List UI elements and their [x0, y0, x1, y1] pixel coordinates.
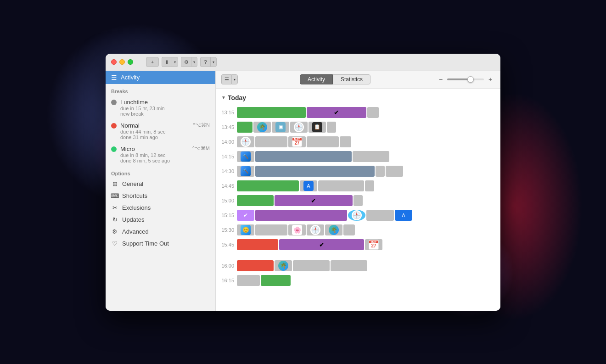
sidebar: ☰ Activity Breaks Lunchtime due in 15 hr…: [106, 71, 216, 311]
zoom-slider[interactable]: [447, 78, 484, 80]
bar-slate2: [255, 166, 375, 177]
bar-pastebot: 📋: [309, 122, 326, 133]
bar-green2: [237, 180, 299, 191]
normal-sub1: due in 44 min, 8 sec: [120, 129, 165, 134]
bar-gray4: [353, 151, 389, 162]
zoom-in-button[interactable]: +: [486, 75, 495, 84]
bars-1615: [237, 274, 500, 287]
bars-1430: 🔨: [237, 165, 500, 178]
bar-sm: [327, 122, 336, 133]
support-label: Support Time Out: [122, 240, 169, 247]
tropic-icon: 🌴: [257, 122, 267, 132]
pause-button[interactable]: ⏸: [162, 57, 172, 67]
table-row: 15:30 😊 🌸: [216, 223, 500, 237]
bar-safari1: [290, 122, 308, 133]
bar-check: ✔: [307, 107, 366, 118]
shortcuts-label: Shortcuts: [122, 192, 147, 199]
today-header: ▼ Today: [216, 92, 500, 105]
tab-statistics[interactable]: Statistics: [333, 74, 370, 84]
bar-sm4: [365, 180, 374, 191]
safari-icon2: [352, 210, 362, 220]
appstore-icon: A: [303, 181, 314, 191]
settings-button[interactable]: ⚙: [181, 57, 191, 67]
bars-1530: 😊 🌸 🌴: [237, 224, 500, 236]
bars-1415: 🔨: [237, 150, 500, 163]
micro-sub1: due in 8 min, 12 sec: [120, 152, 170, 158]
breaks-section-header: Breaks: [106, 84, 215, 96]
collapse-icon[interactable]: ▼: [221, 95, 226, 100]
bar-gray: [367, 107, 379, 118]
pause-dropdown[interactable]: ▾: [172, 57, 178, 67]
time-1445: 14:45: [216, 183, 237, 189]
normal-dot: [111, 123, 117, 129]
bar-safari4: [307, 224, 324, 235]
sidebar-item-advanced[interactable]: ⚙ Advanced: [106, 226, 215, 238]
tab-activity[interactable]: Activity: [300, 74, 333, 84]
safari-icon: [294, 122, 304, 132]
bars-1500: ✔: [237, 194, 500, 207]
heart-icon: ♡: [111, 240, 118, 247]
table-row: 14:15 🔨: [216, 149, 500, 164]
time-1530: 15:30: [216, 227, 237, 233]
micro-info: Micro due in 8 min, 12 sec done 8 min, 5…: [120, 146, 170, 163]
micro-dot: [111, 146, 117, 152]
bars-1445: A: [237, 179, 500, 192]
sidebar-item-updates[interactable]: ↻ Updates: [106, 214, 215, 226]
timeline-area: ▼ Today 13:15 ✔ 13:45: [216, 89, 500, 311]
bar-green4: [261, 275, 291, 286]
table-row: 13:15 ✔: [216, 105, 500, 120]
title-bar: + ⏸ ▾ ⚙ ▾ ? ▾: [106, 54, 500, 71]
app-content: ☰ Activity Breaks Lunchtime due in 15 hr…: [106, 71, 500, 311]
bars-1345: 🌴 ▣ 📋: [237, 121, 500, 134]
minimize-button[interactable]: [119, 59, 125, 65]
bar-checkpurple: ✔: [237, 210, 254, 221]
bar-tropic3: 🌴: [275, 260, 292, 271]
bar-gray6: [318, 180, 364, 191]
normal-hotkey: ^⌥⌘N: [193, 122, 210, 128]
bars-1315: ✔: [237, 106, 500, 119]
table-row: 14:00 MAY 27: [216, 134, 500, 149]
time-1400: 14:00: [216, 139, 237, 145]
updates-label: Updates: [122, 216, 144, 223]
close-button[interactable]: [111, 59, 117, 65]
help-button[interactable]: ?: [200, 57, 210, 67]
bars-1400: MAY 27: [237, 135, 500, 148]
bar-purple2: ✔: [275, 195, 353, 206]
bar-gray9: [293, 260, 330, 271]
photos-icon: 🌸: [292, 225, 302, 235]
view-list-button[interactable]: ☰: [221, 74, 231, 84]
check-icon3: ✔: [243, 212, 248, 218]
normal-name: Normal: [120, 122, 165, 129]
table-row-1545: 15:45 ✔ MAY 27: [216, 237, 500, 252]
bar-sm6: [343, 224, 355, 235]
micro-name: Micro: [120, 146, 170, 152]
settings-dropdown[interactable]: ▾: [191, 57, 197, 67]
traffic-lights: [111, 59, 133, 65]
sidebar-item-exclusions[interactable]: ✂ Exclusions: [106, 202, 215, 214]
calendar-icon: MAY 27: [292, 137, 302, 147]
sidebar-item-micro[interactable]: Micro due in 8 min, 12 sec done 8 min, 5…: [106, 143, 215, 166]
bar-gray5: [386, 166, 403, 177]
pastebot-icon: 📋: [312, 122, 322, 132]
maximize-button[interactable]: [128, 59, 133, 65]
sidebar-item-activity[interactable]: ☰ Activity: [106, 71, 215, 84]
sidebar-item-support[interactable]: ♡ Support Time Out: [106, 238, 215, 250]
view-dropdown[interactable]: ▾: [231, 74, 238, 84]
sidebar-item-lunchtime[interactable]: Lunchtime due in 15 hr, 23 min new break: [106, 96, 215, 119]
add-button[interactable]: +: [146, 57, 159, 67]
bar-gray7: [366, 210, 394, 221]
sidebar-item-general[interactable]: ⊞ General: [106, 178, 215, 190]
calendar-icon2: MAY 27: [369, 240, 379, 250]
sidebar-item-shortcuts[interactable]: ⌨ Shortcuts: [106, 190, 215, 202]
bar-purple4: ✔: [279, 239, 364, 250]
table-row: 13:45 🌴 ▣: [216, 120, 500, 134]
help-dropdown[interactable]: ▾: [210, 57, 217, 67]
time-1615: 16:15: [216, 278, 237, 283]
bar-purple3: [255, 210, 347, 221]
grid-icon: ⊞: [111, 180, 118, 188]
zoom-out-button[interactable]: −: [436, 75, 445, 84]
bar-safari3: [348, 210, 365, 221]
toolbar-buttons: + ⏸ ▾ ⚙ ▾ ? ▾: [146, 57, 217, 67]
tropic-icon2: 🌴: [329, 225, 339, 235]
sidebar-item-normal[interactable]: Normal due in 44 min, 8 sec done 31 min …: [106, 119, 215, 143]
